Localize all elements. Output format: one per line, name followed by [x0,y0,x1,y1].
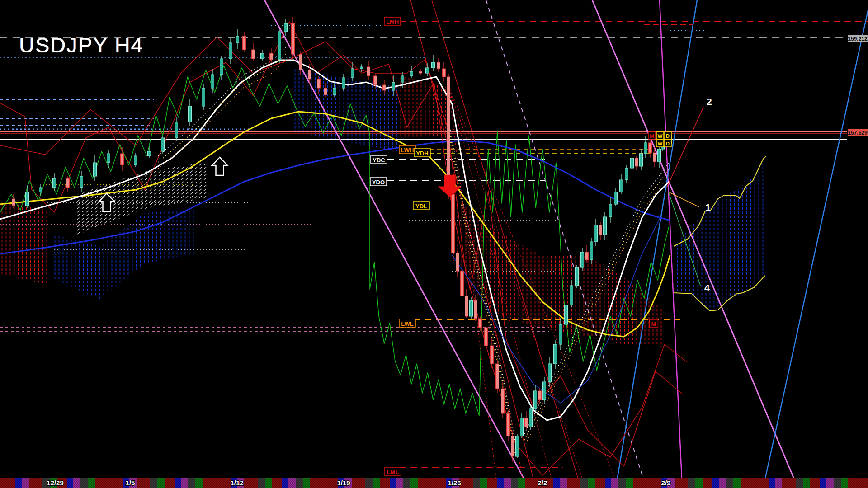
candle [465,289,468,318]
diagonals-layer [264,0,868,488]
candle [485,323,488,349]
candle [590,238,593,264]
svg-text:LWL: LWL [401,320,413,327]
candle [26,185,29,208]
svg-text:159.212: 159.212 [848,36,868,42]
price-level-label: LWH [399,145,415,154]
price-level-label: M [650,319,658,328]
candle [604,212,607,240]
date-label: 1/26 [448,479,461,487]
candle [432,55,435,71]
candle [658,146,661,168]
candle [243,32,246,52]
red-hatch-top [400,75,452,138]
candle [292,17,295,59]
candle [94,155,97,181]
candle [80,171,83,192]
candle [554,340,557,369]
candle [39,184,42,195]
candle [426,63,429,76]
chart-window: 214 LMHLWHYDHYDCYDOYDLLWLLMLM MWDWD 159.… [0,0,868,488]
candle [501,382,505,418]
candle [461,267,464,302]
wave-count-label: 2 [707,96,712,107]
candle [581,248,584,271]
candle [134,153,137,167]
candle [520,413,524,438]
candle [631,153,634,171]
date-label: 12/29 [47,479,64,487]
candle [161,136,165,154]
blue-hatch-left [54,209,194,299]
candle [543,377,546,404]
svg-text:D: D [666,141,670,146]
svg-text:LMH: LMH [386,19,399,25]
price-badge: 159.212 [848,35,868,42]
chart-title: USDJPY H4 [19,33,144,57]
candle [594,219,598,246]
candle [496,360,499,393]
candle [534,385,537,413]
candle [53,173,56,191]
candle [367,61,370,80]
candle [236,29,239,49]
candle [516,434,519,458]
period-cell: D [664,140,671,147]
candle [609,197,612,223]
candle [649,139,652,158]
svg-text:157.629: 157.629 [848,130,868,136]
candle [625,165,628,183]
price-level-label: YDC [371,155,387,164]
chart-canvas[interactable]: 214 LMHLWHYDHYDCYDOYDLLWLLMLM MWDWD 159.… [0,0,868,488]
price-level-label: LWL [399,319,415,327]
red-hatch-far-left [0,201,47,285]
period-cell: W [656,132,664,139]
candle [121,147,124,171]
svg-text:LWH: LWH [401,147,414,154]
svg-text:YDO: YDO [372,179,385,186]
candle [443,62,446,81]
candle [229,38,232,64]
date-label: 2/2 [538,479,547,487]
candle [107,150,110,168]
up-arrow-icon [212,157,227,175]
candle [278,29,281,63]
clouds-layer [0,69,765,347]
candle [491,338,494,368]
candle [640,149,643,170]
price-level-label: YDL [413,202,429,210]
price-level-label: YDO [370,178,387,186]
date-label: 1/5 [126,479,135,487]
candle [261,50,264,61]
candle [419,69,422,75]
candle [529,405,533,430]
candle [565,302,568,326]
badges-layer: 159.212157.629 [848,35,868,136]
svg-text:M: M [650,133,654,139]
candle [599,222,602,240]
wave-count-label: 1 [705,202,711,212]
down-arrow-icon [439,175,460,197]
date-label: 1/12 [230,479,243,487]
candle [470,297,473,319]
price-badge: 157.629 [848,129,868,136]
candle [284,19,288,36]
candle [189,99,192,126]
candle [342,74,345,91]
candle [507,410,510,441]
svg-text:D: D [666,133,670,139]
candle [148,146,151,158]
svg-text:M: M [651,321,656,328]
date-label: 1/19 [337,479,350,487]
candle [525,411,528,430]
svg-text:YDH: YDH [416,150,428,157]
svg-text:YDL: YDL [415,203,427,210]
price-level-label: LMH [384,17,401,25]
candle [410,66,413,78]
wave-count-label: 4 [704,282,710,293]
price-level-label: YDH [414,149,430,157]
date-label: 2/9 [661,479,671,487]
price-level-label: LML [385,467,401,475]
svg-text:W: W [658,141,663,146]
candle [452,189,455,258]
